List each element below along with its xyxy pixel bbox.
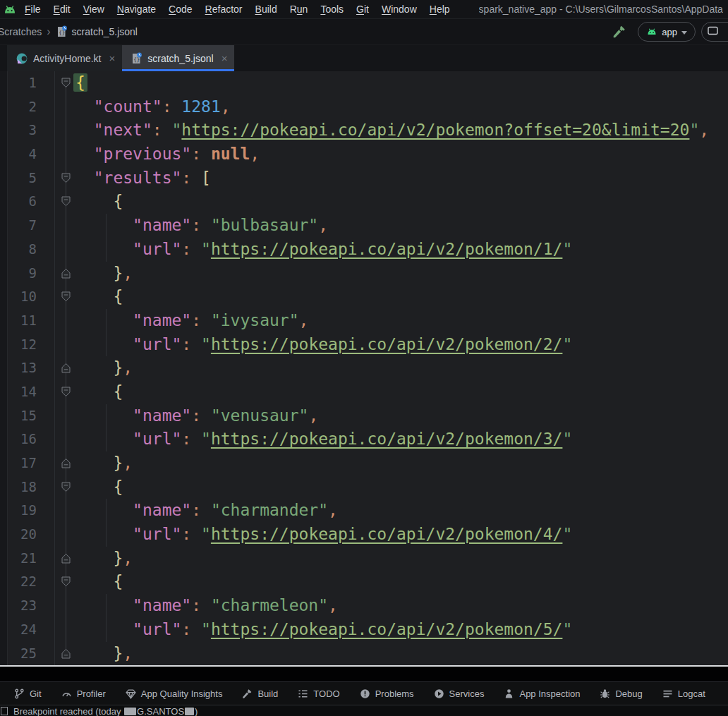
fold-down-icon[interactable] (54, 475, 74, 499)
code-line[interactable]: 1{ (0, 71, 728, 95)
fold-up-icon[interactable] (54, 547, 74, 571)
line-number[interactable]: 11 (7, 309, 54, 333)
close-icon[interactable]: × (109, 53, 115, 63)
tab-activityhome-kt[interactable]: ActivityHome.kt× (7, 45, 122, 71)
line-number[interactable]: 6 (7, 190, 54, 214)
code-line[interactable]: 23 "name": "charmeleon", (0, 594, 728, 618)
code-line[interactable]: 6 { (0, 190, 728, 214)
toolwindow-logcat[interactable]: Logcat (662, 688, 705, 699)
line-number[interactable]: 16 (7, 427, 54, 451)
fold-down-icon[interactable] (54, 570, 74, 594)
code-line[interactable]: 15 "name": "venusaur", (0, 404, 728, 428)
toolwindow-app-quality-insights[interactable]: App Quality Insights (126, 688, 223, 699)
code-line[interactable]: 3 "next": "https://pokeapi.co/api/v2/pok… (0, 119, 728, 142)
line-number[interactable]: 8 (7, 238, 54, 262)
run-configuration-selector[interactable]: app (638, 22, 696, 42)
fold-up-icon[interactable] (54, 451, 74, 475)
line-number[interactable]: 23 (7, 594, 54, 618)
toolwindow-problems[interactable]: Problems (360, 688, 414, 699)
menu-tools[interactable]: Tools (314, 4, 350, 15)
code-line[interactable]: 14 { (0, 380, 728, 404)
code-text: "previous": null, (74, 142, 260, 166)
line-number[interactable]: 5 (7, 166, 54, 190)
toolwindow-git[interactable]: Git (14, 688, 42, 699)
menu-file[interactable]: File (18, 4, 47, 15)
menu-window[interactable]: Window (375, 4, 423, 15)
toolwindow-build[interactable]: Build (242, 688, 278, 699)
code-editor[interactable]: 1{2 "count": 1281,3 "next": "https://pok… (0, 71, 728, 665)
code-line[interactable]: 13 }, (0, 356, 728, 380)
line-number[interactable]: 19 (7, 499, 54, 523)
line-number[interactable]: 4 (7, 142, 54, 166)
toolwindow-debug[interactable]: Debug (600, 688, 642, 699)
line-number[interactable]: 12 (7, 333, 54, 357)
code-line[interactable]: 19 "name": "charmander", (0, 499, 728, 523)
fold-up-icon[interactable] (54, 262, 74, 286)
menu-run[interactable]: Run (284, 4, 315, 15)
line-number[interactable]: 3 (7, 119, 54, 142)
code-line[interactable]: 2 "count": 1281, (0, 95, 728, 119)
device-selector[interactable] (701, 22, 728, 42)
code-line[interactable]: 18 { (0, 475, 728, 499)
code-line[interactable]: 7 "name": "bulbasaur", (0, 214, 728, 238)
code-line[interactable]: 17 }, (0, 451, 728, 475)
code-line[interactable]: 5 "results": [ (0, 166, 728, 190)
code-line[interactable]: 10 { (0, 285, 728, 309)
build-hammer-icon[interactable] (612, 25, 626, 39)
line-number[interactable]: 7 (7, 214, 54, 238)
line-number[interactable]: 9 (7, 262, 54, 286)
code-line[interactable]: 11 "name": "ivysaur", (0, 309, 728, 333)
line-number[interactable]: 22 (7, 570, 54, 594)
line-number[interactable]: 20 (7, 523, 54, 547)
menu-git[interactable]: Git (350, 4, 375, 15)
menu-build[interactable]: Build (249, 4, 284, 15)
line-number[interactable]: 14 (7, 380, 54, 404)
code-line[interactable]: 20 "url": "https://pokeapi.co/api/v2/pok… (0, 523, 728, 547)
fold-gutter (54, 95, 74, 119)
code-line[interactable]: 24 "url": "https://pokeapi.co/api/v2/pok… (0, 618, 728, 642)
fold-up-icon[interactable] (54, 642, 74, 666)
fold-down-icon[interactable] (54, 71, 74, 95)
chevron-down-icon (681, 31, 687, 35)
line-number[interactable]: 2 (7, 95, 54, 119)
app-inspection-icon (504, 688, 514, 699)
line-number[interactable]: 21 (7, 547, 54, 571)
code-line[interactable]: 12 "url": "https://pokeapi.co/api/v2/pok… (0, 333, 728, 357)
toolwindow-services[interactable]: Services (434, 688, 485, 699)
line-number[interactable]: 18 (7, 475, 54, 499)
fold-up-icon[interactable] (54, 356, 74, 380)
fold-down-icon[interactable] (54, 285, 74, 309)
code-line[interactable]: 9 }, (0, 262, 728, 286)
toolwindow-profiler[interactable]: Profiler (61, 688, 106, 699)
fold-down-icon[interactable] (54, 190, 74, 214)
line-number[interactable]: 1 (7, 71, 54, 95)
line-number[interactable]: 24 (7, 618, 54, 642)
breadcrumb-scratches[interactable]: Scratches (0, 26, 42, 37)
fold-down-icon[interactable] (54, 380, 74, 404)
menu-refactor[interactable]: Refactor (199, 4, 249, 15)
fold-down-icon[interactable] (54, 166, 74, 190)
line-number[interactable]: 13 (7, 356, 54, 380)
breadcrumb-filename[interactable]: scratch_5.jsonl (72, 26, 138, 37)
ide-window: FileEditViewNavigateCodeRefactorBuildRun… (0, 0, 728, 716)
menu-code[interactable]: Code (162, 4, 198, 15)
menu-view[interactable]: View (77, 4, 111, 15)
menu-edit[interactable]: Edit (47, 4, 77, 15)
line-number[interactable]: 25 (7, 642, 54, 666)
code-line[interactable]: 8 "url": "https://pokeapi.co/api/v2/poke… (0, 238, 728, 262)
menu-help[interactable]: Help (423, 4, 456, 15)
toolwindow-app-inspection[interactable]: App Inspection (504, 688, 580, 699)
code-line[interactable]: 25 }, (0, 642, 728, 666)
line-number[interactable]: 17 (7, 451, 54, 475)
line-number[interactable]: 15 (7, 404, 54, 428)
toolwindow-label: Git (30, 688, 42, 699)
code-line[interactable]: 4 "previous": null, (0, 142, 728, 166)
line-number[interactable]: 10 (7, 285, 54, 309)
code-line[interactable]: 21 }, (0, 547, 728, 571)
code-line[interactable]: 22 { (0, 570, 728, 594)
close-icon[interactable]: × (222, 53, 228, 63)
menu-navigate[interactable]: Navigate (111, 4, 162, 15)
code-line[interactable]: 16 "url": "https://pokeapi.co/api/v2/pok… (0, 427, 728, 451)
toolwindow-todo[interactable]: TODO (298, 688, 339, 699)
tab-scratch-5-jsonl[interactable]: {}scratch_5.jsonl× (122, 45, 234, 71)
